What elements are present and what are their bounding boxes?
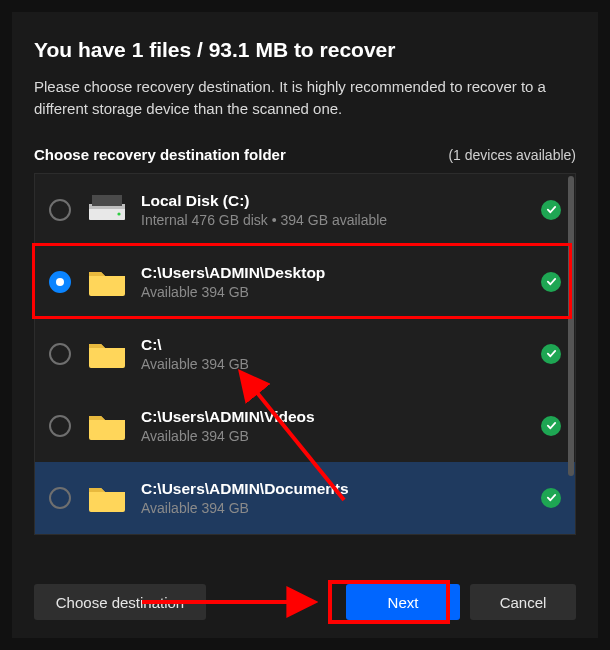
check-icon (541, 272, 561, 292)
svg-point-3 (117, 212, 120, 215)
row-title: C:\Users\ADMIN\Videos (141, 407, 541, 426)
folder-icon (85, 266, 129, 298)
scrollbar[interactable] (567, 174, 575, 534)
folder-icon (85, 338, 129, 370)
devices-available: (1 devices available) (448, 147, 576, 163)
radio-icon[interactable] (49, 487, 71, 509)
footer-buttons: Choose destination Next Cancel (34, 584, 576, 620)
check-icon (541, 344, 561, 364)
radio-icon[interactable] (49, 415, 71, 437)
page-title: You have 1 files / 93.1 MB to recover (34, 38, 576, 62)
section-header: Choose recovery destination folder (1 de… (34, 146, 576, 163)
page-subtitle: Please choose recovery destination. It i… (34, 76, 576, 120)
row-title: C:\ (141, 335, 541, 354)
next-button[interactable]: Next (346, 584, 460, 620)
section-label: Choose recovery destination folder (34, 146, 286, 163)
check-icon (541, 416, 561, 436)
scrollbar-thumb[interactable] (568, 176, 574, 476)
choose-destination-button[interactable]: Choose destination (34, 584, 206, 620)
destination-list: Local Disk (C:) Internal 476 GB disk • 3… (34, 173, 576, 535)
row-title: C:\Users\ADMIN\Documents (141, 479, 541, 498)
row-subtitle: Available 394 GB (141, 428, 541, 444)
destination-row-videos[interactable]: C:\Users\ADMIN\Videos Available 394 GB (35, 390, 575, 462)
row-subtitle: Available 394 GB (141, 500, 541, 516)
disk-icon (85, 195, 129, 225)
destination-row-desktop[interactable]: C:\Users\ADMIN\Desktop Available 394 GB (35, 246, 575, 318)
row-title: C:\Users\ADMIN\Desktop (141, 263, 541, 282)
svg-rect-2 (92, 195, 122, 206)
check-icon (541, 200, 561, 220)
radio-icon[interactable] (49, 343, 71, 365)
folder-icon (85, 410, 129, 442)
folder-icon (85, 482, 129, 514)
check-icon (541, 488, 561, 508)
row-subtitle: Available 394 GB (141, 284, 541, 300)
destination-row-local-disk[interactable]: Local Disk (C:) Internal 476 GB disk • 3… (35, 174, 575, 246)
row-subtitle: Available 394 GB (141, 356, 541, 372)
destination-row-documents[interactable]: C:\Users\ADMIN\Documents Available 394 G… (35, 462, 575, 534)
row-subtitle: Internal 476 GB disk • 394 GB available (141, 212, 541, 228)
radio-icon[interactable] (49, 199, 71, 221)
radio-icon[interactable] (49, 271, 71, 293)
recovery-destination-panel: You have 1 files / 93.1 MB to recover Pl… (12, 12, 598, 638)
cancel-button[interactable]: Cancel (470, 584, 576, 620)
row-title: Local Disk (C:) (141, 191, 541, 210)
destination-row-c-root[interactable]: C:\ Available 394 GB (35, 318, 575, 390)
